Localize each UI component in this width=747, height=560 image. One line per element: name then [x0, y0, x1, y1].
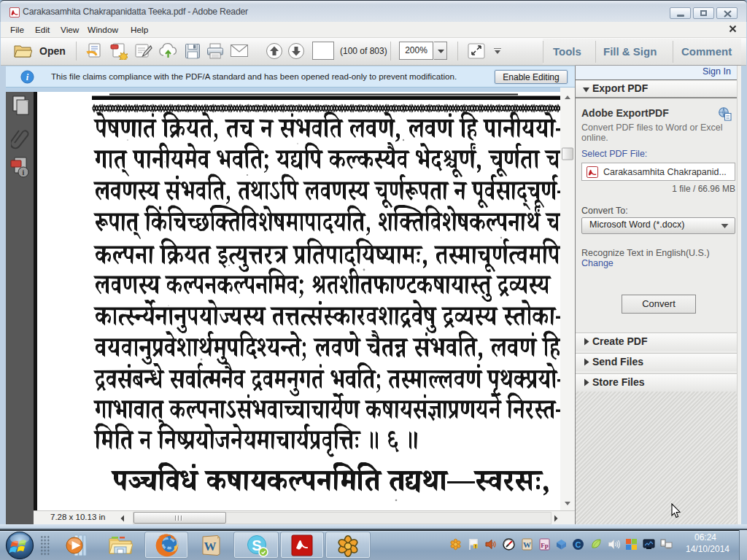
- svg-text:W: W: [204, 540, 217, 553]
- svg-text:!: !: [475, 544, 476, 549]
- svg-text:Fp: Fp: [541, 542, 549, 549]
- svg-text:W: W: [523, 540, 531, 549]
- svg-text:i: i: [26, 72, 29, 82]
- svg-text:C: C: [576, 540, 581, 549]
